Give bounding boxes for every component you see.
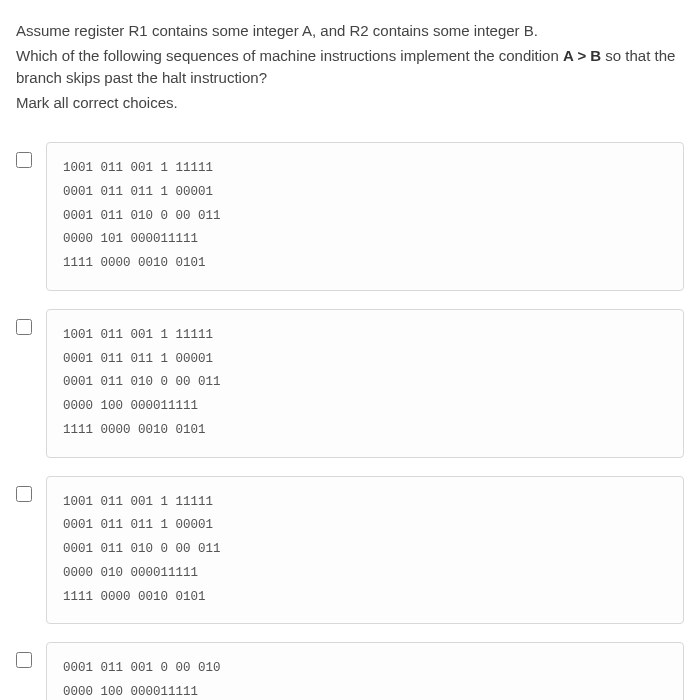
choice-checkbox-3[interactable] (16, 486, 32, 502)
question-line-3: Mark all correct choices. (16, 92, 684, 115)
checkbox-wrap (16, 476, 32, 509)
code-block-1: 1001 011 001 1 11111 0001 011 011 1 0000… (46, 142, 684, 291)
choice-row: 1001 011 001 1 11111 0001 011 011 1 0000… (16, 309, 684, 458)
choice-checkbox-1[interactable] (16, 152, 32, 168)
question-line-2: Which of the following sequences of mach… (16, 45, 684, 90)
choice-checkbox-4[interactable] (16, 652, 32, 668)
code-block-3: 1001 011 001 1 11111 0001 011 011 1 0000… (46, 476, 684, 625)
checkbox-wrap (16, 309, 32, 342)
choice-row: 1001 011 001 1 11111 0001 011 011 1 0000… (16, 476, 684, 625)
condition-bold: A > B (563, 47, 601, 64)
choices-list: 1001 011 001 1 11111 0001 011 011 1 0000… (16, 142, 684, 700)
question-prompt: Assume register R1 contains some integer… (16, 20, 684, 114)
checkbox-wrap (16, 642, 32, 675)
question-line-1: Assume register R1 contains some integer… (16, 20, 684, 43)
choice-row: 0001 011 001 0 00 010 0000 100 000011111… (16, 642, 684, 700)
choice-checkbox-2[interactable] (16, 319, 32, 335)
checkbox-wrap (16, 142, 32, 175)
choice-row: 1001 011 001 1 11111 0001 011 011 1 0000… (16, 142, 684, 291)
code-block-2: 1001 011 001 1 11111 0001 011 011 1 0000… (46, 309, 684, 458)
code-block-4: 0001 011 001 0 00 010 0000 100 000011111… (46, 642, 684, 700)
